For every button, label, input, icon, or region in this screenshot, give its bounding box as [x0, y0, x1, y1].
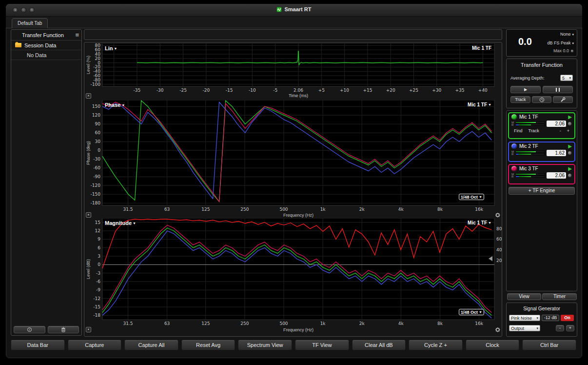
engine-knob[interactable]	[568, 122, 572, 126]
y-tick-label: 120	[92, 113, 100, 118]
magnitude-source-dropdown[interactable]: Mic 1 TF▼	[468, 220, 491, 225]
close-icon[interactable]: ×	[86, 327, 91, 332]
y-tick-label: 15	[95, 220, 100, 225]
x-tick-label: -15	[226, 88, 233, 93]
delete-button[interactable]	[48, 326, 79, 333]
coherence-tick-label: 20	[496, 258, 502, 263]
track-toggle[interactable]: Track	[529, 128, 539, 133]
view-button[interactable]: View	[507, 293, 541, 300]
engine-knob[interactable]	[568, 173, 572, 178]
phase-y-axis-label: Phase (deg)	[86, 100, 91, 205]
magnitude-plot[interactable]: 31.5631252505001k2k4k8k16k15129630-3-6-9…	[84, 218, 502, 326]
phase-x-axis-label: Frequency (Hz)	[102, 213, 494, 218]
x-tick-label: -35	[134, 88, 141, 93]
bottombar-reset-avg[interactable]: Reset Avg	[181, 340, 235, 350]
phase-plot[interactable]: 31.5631252505001k2k4k8k16k1501209060300-…	[84, 100, 502, 212]
meter-r-label: R	[511, 176, 514, 178]
x-tick-label: 63	[164, 207, 170, 212]
bottombar-capture[interactable]: Capture	[68, 340, 122, 350]
y-tick-label: -18	[93, 313, 100, 318]
x-tick-label: 31.5	[123, 321, 133, 326]
session-sidebar: Transfer Function ≡ Session Data No Data…	[11, 29, 82, 336]
engine-knob[interactable]	[568, 151, 572, 155]
chevron-down-icon: ▼	[114, 47, 118, 50]
bottombar-spectrum-view[interactable]: Spectrum View	[238, 340, 292, 350]
phase-source-dropdown[interactable]: Mic 1 TF▼	[468, 102, 491, 107]
bottombar-clock[interactable]: Clock	[466, 340, 520, 350]
y-tick-label: -6	[96, 279, 100, 284]
engine-run-icon[interactable]: ▶	[568, 143, 572, 149]
close-icon[interactable]: ×	[86, 93, 91, 99]
delay-value-field[interactable]: 2.06	[547, 121, 566, 127]
tab-strip: Default Tab	[6, 17, 582, 28]
meter-reset-knob[interactable]	[570, 49, 574, 53]
timer-button[interactable]: Timer	[542, 293, 577, 300]
meter-unit-select[interactable]: dB FS Peak▾	[547, 41, 574, 45]
y-tick-label: 3	[98, 254, 100, 259]
phase-type-dropdown[interactable]: Phase▼	[105, 102, 125, 108]
coherence-threshold-handle[interactable]	[489, 256, 492, 261]
gear-icon[interactable]	[495, 212, 501, 218]
engine-run-icon[interactable]: ▶	[568, 114, 572, 120]
charts-container: -35-30-25-20-15-10-52.06+5+10+15+20+25+3…	[84, 42, 502, 337]
x-tick-label: 250	[240, 207, 249, 212]
bottombar-capture-all[interactable]: Capture All	[124, 340, 178, 350]
delay-clock-button[interactable]	[532, 96, 552, 103]
menu-icon[interactable]: ≡	[75, 31, 79, 39]
sidebar-item-no-data[interactable]: No Data	[11, 50, 81, 60]
level-meters	[515, 173, 545, 178]
window-title: Smaart RT	[284, 6, 311, 12]
meter-source-select[interactable]: None▾	[560, 32, 574, 37]
signal-output-select[interactable]: Output▾	[509, 325, 540, 331]
clock-icon	[539, 97, 545, 102]
magnitude-type-dropdown[interactable]: Magnitude▼	[105, 220, 136, 226]
averaging-depth-select[interactable]: 5▾	[560, 75, 573, 81]
x-tick-label: 1k	[320, 321, 326, 326]
tf-engine-mic2[interactable]: Mic 2 TF ▶ MR 1.62	[508, 142, 575, 162]
tf-engine-mic1[interactable]: Mic 1 TF ▶ MR 2.06 Find Track - +	[508, 112, 575, 139]
engine-run-icon[interactable]: ▶	[568, 166, 572, 171]
lin-x-axis-label: Time (ms)	[102, 93, 494, 98]
delay-minus-button[interactable]: -	[560, 128, 561, 133]
bottombar-tf-view[interactable]: TF View	[295, 340, 349, 350]
gear-icon[interactable]	[495, 327, 501, 333]
live-ir-plot[interactable]: -35-30-25-20-15-10-52.06+5+10+15+20+25+3…	[84, 43, 502, 93]
signal-level-field[interactable]: -12 dB	[542, 315, 559, 321]
collapsed-toolbar[interactable]	[84, 29, 502, 40]
lin-type-dropdown[interactable]: Lin▼	[105, 45, 117, 51]
signal-on-button[interactable]: On	[561, 315, 574, 321]
coherence-tick-label: 80	[496, 226, 502, 231]
x-tick-label: -20	[202, 88, 210, 93]
level-meters	[515, 151, 545, 155]
sidebar-item-session-data[interactable]: Session Data	[11, 41, 81, 50]
run-button[interactable]: ▶	[510, 86, 541, 93]
find-button[interactable]: Find	[514, 128, 523, 133]
tab-default[interactable]: Default Tab	[12, 18, 48, 28]
info-button[interactable]: i	[14, 326, 45, 333]
delay-value-field[interactable]: 2.06	[547, 172, 566, 179]
delay-value-field[interactable]: 1.62	[547, 150, 566, 156]
add-tf-engine-button[interactable]: + TF Engine	[509, 187, 575, 195]
x-tick-label: 1k	[320, 207, 326, 212]
close-icon[interactable]: ×	[86, 212, 91, 218]
x-tick-label: +15	[363, 88, 372, 93]
chevron-down-icon: ▾	[572, 33, 574, 36]
signal-level-minus-button[interactable]: -	[556, 325, 564, 331]
bottombar-ctrl-bar[interactable]: Ctrl Bar	[522, 340, 576, 350]
signal-source-select[interactable]: Pink Noise▾	[509, 315, 540, 321]
input-meter-panel: None▾ 0.0 dB FS Peak▾ Max 0.0	[506, 29, 577, 57]
magnitude-smoothing-dropdown[interactable]: 1/48 Oct▼	[459, 309, 484, 315]
phase-smoothing-dropdown[interactable]: 1/48 Oct▼	[459, 194, 484, 200]
delay-plus-button[interactable]: +	[567, 128, 569, 133]
signal-level-plus-button[interactable]: +	[566, 325, 574, 331]
bottombar-cycle-z-[interactable]: Cycle Z +	[409, 340, 463, 350]
tf-engine-mic3[interactable]: Mic 3 TF ▶ MR 2.06	[508, 164, 575, 184]
x-tick-label: +35	[455, 88, 465, 93]
bottombar-clear-all-db[interactable]: Clear All dB	[352, 340, 406, 350]
tools-button[interactable]	[553, 96, 573, 103]
bottombar-data-bar[interactable]: Data Bar	[11, 340, 65, 350]
pause-button[interactable]	[543, 86, 573, 93]
x-tick-label: 2k	[359, 207, 365, 212]
x-tick-label: 250	[240, 321, 249, 326]
track-button[interactable]: Track	[510, 96, 530, 103]
